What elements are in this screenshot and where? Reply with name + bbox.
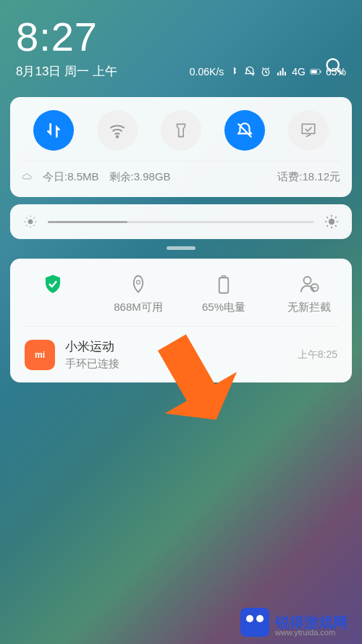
battery-outline-icon — [213, 273, 235, 295]
watermark: 锐得游戏网 www.ytruida.com — [240, 608, 348, 637]
brightness-slider[interactable] — [10, 204, 352, 239]
phone-balance: 话费:18.12元 — [277, 170, 340, 184]
quick-settings-card: 今日:8.5MB 剩余:3.98GB 话费:18.12元 — [10, 97, 352, 197]
search-icon[interactable] — [324, 57, 345, 80]
notification-title: 小米运动 — [65, 338, 287, 355]
data-usage-row[interactable]: 今日:8.5MB 剩余:3.98GB 话费:18.12元 — [22, 161, 340, 184]
svg-point-9 — [137, 280, 140, 284]
screenshot-toggle[interactable] — [288, 110, 329, 151]
notification-subtitle: 手环已连接 — [65, 357, 287, 371]
brightness-low-icon — [23, 214, 38, 229]
battery-tool-label: 65%电量 — [202, 301, 245, 314]
clock-time: 8:27 — [16, 13, 346, 60]
svg-point-8 — [329, 219, 334, 225]
watermark-url: www.ytruida.com — [275, 628, 335, 637]
flashlight-icon — [172, 121, 190, 140]
svg-rect-3 — [320, 70, 321, 72]
battery-tool[interactable]: 65%电量 — [181, 273, 266, 314]
tools-card: 868M可用 65%电量 无新拦截 mi 小米运动 手环已连接 上午8:25 — [10, 259, 352, 382]
flashlight-toggle[interactable] — [161, 110, 201, 151]
app-icon: mi — [25, 340, 55, 370]
tools-row: 868M可用 65%电量 无新拦截 — [10, 273, 352, 314]
svg-point-5 — [116, 135, 118, 138]
mute-toggle[interactable] — [224, 110, 265, 151]
brightness-high-icon — [324, 214, 339, 229]
network-speed: 0.06K/s — [190, 66, 224, 78]
block-user-icon — [298, 273, 320, 295]
cloud-icon — [22, 172, 33, 183]
wifi-toggle[interactable] — [97, 110, 138, 151]
rocket-icon — [127, 273, 149, 295]
screenshot-icon — [299, 121, 318, 140]
svg-point-4 — [327, 59, 339, 71]
block-tool[interactable]: 无新拦截 — [266, 273, 352, 314]
date-text: 8月13日 周一 上午 — [16, 63, 117, 80]
data-icon — [44, 121, 63, 140]
svg-point-7 — [28, 219, 33, 225]
dnd-icon — [244, 66, 256, 78]
panel-handle[interactable] — [167, 246, 195, 250]
svg-point-12 — [304, 277, 311, 284]
notification-time: 上午8:25 — [298, 348, 337, 361]
alarm-icon — [260, 66, 272, 78]
notification-item[interactable]: mi 小米运动 手环已连接 上午8:25 — [10, 327, 352, 371]
status-row: 8月13日 周一 上午 0.06K/s 4G 65% — [16, 63, 346, 80]
mobile-data-toggle[interactable] — [33, 110, 74, 151]
shield-icon — [42, 273, 64, 295]
signal-icon — [276, 66, 287, 78]
network-type: 4G — [292, 66, 306, 78]
status-icons: 0.06K/s 4G 65% — [190, 66, 346, 78]
data-today: 今日:8.5MB — [43, 170, 99, 184]
memory-tool[interactable]: 868M可用 — [96, 273, 181, 314]
svg-rect-6 — [302, 124, 314, 133]
svg-rect-11 — [222, 276, 226, 278]
memory-label: 868M可用 — [114, 301, 163, 314]
battery-icon — [310, 66, 321, 78]
security-tool[interactable] — [10, 273, 96, 314]
bluetooth-icon — [228, 66, 240, 78]
toggle-row — [22, 110, 340, 151]
mute-icon — [235, 121, 254, 140]
data-remain: 剩余:3.98GB — [109, 170, 171, 184]
brightness-track[interactable] — [48, 221, 314, 223]
block-label: 无新拦截 — [287, 301, 331, 314]
wifi-icon — [108, 121, 127, 140]
notification-content: 小米运动 手环已连接 — [65, 338, 287, 371]
status-area: 8:27 8月13日 周一 上午 0.06K/s 4G 65% — [0, 0, 362, 87]
svg-rect-2 — [311, 70, 317, 73]
watermark-logo-icon — [240, 608, 269, 637]
svg-rect-10 — [219, 277, 229, 293]
